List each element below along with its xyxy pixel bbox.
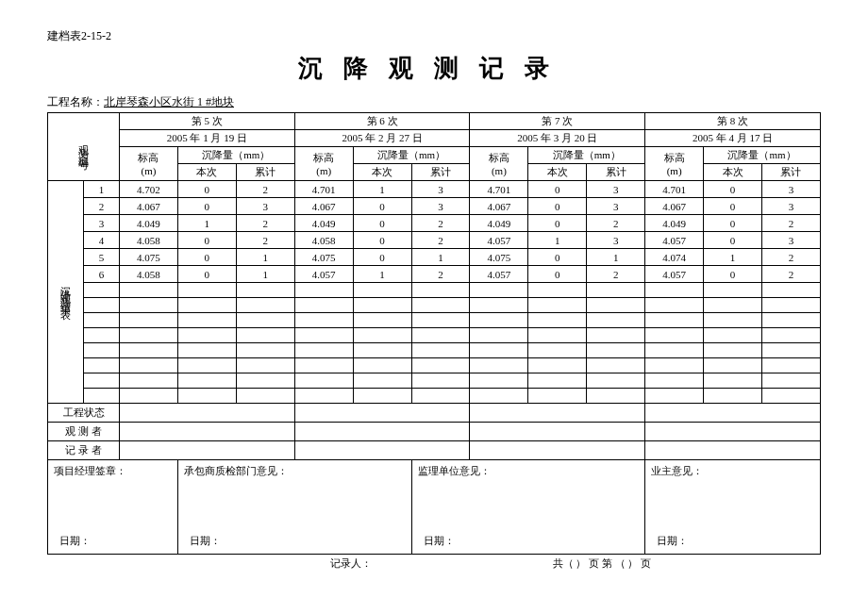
data-cell (294, 283, 353, 298)
data-cell: 0 (704, 215, 762, 232)
data-cell (470, 373, 528, 389)
data-cell (177, 313, 236, 328)
data-cell (704, 343, 762, 358)
data-cell (470, 283, 528, 298)
data-cell (294, 358, 353, 373)
data-cell (528, 358, 587, 373)
data-cell (587, 373, 645, 389)
data-cell (177, 358, 236, 373)
point-number: 1 (84, 181, 120, 198)
data-cell (704, 358, 762, 373)
settlement-label-3: 沉降量（mm） (704, 147, 821, 164)
data-cell (411, 373, 470, 389)
session-3-num: 第 8 次 (645, 113, 821, 130)
contractor-date-label: 日期： (190, 534, 221, 548)
data-cell (645, 313, 704, 328)
data-cell: 1 (236, 266, 294, 283)
elev-label-0: 标高 (138, 152, 159, 163)
data-cell: 2 (411, 266, 470, 283)
point-number: 4 (84, 232, 120, 249)
elev-unit-3: (m) (667, 165, 682, 176)
table-row (48, 389, 821, 404)
data-cell (120, 313, 178, 328)
cumulative-1: 累计 (411, 164, 470, 181)
elev-label-1: 标高 (313, 152, 334, 163)
data-cell: 2 (236, 232, 294, 249)
data-cell (353, 358, 411, 373)
data-cell (704, 283, 762, 298)
data-cell (411, 328, 470, 343)
data-cell (645, 343, 704, 358)
point-number (84, 343, 120, 358)
data-cell: 3 (411, 181, 470, 198)
project-line: 工程名称：北岸琴森小区水街 1 #地块 (47, 94, 821, 110)
data-cell: 1 (353, 266, 411, 283)
data-cell: 4.057 (470, 232, 528, 249)
session-0-num: 第 5 次 (120, 113, 295, 130)
project-label: 工程名称： (47, 95, 104, 108)
data-cell (411, 283, 470, 298)
data-cell (353, 313, 411, 328)
data-cell (120, 343, 178, 358)
data-cell: 0 (704, 266, 762, 283)
data-cell: 4.058 (120, 266, 178, 283)
data-cell: 1 (177, 215, 236, 232)
data-cell (236, 358, 294, 373)
data-cell: 4.049 (120, 215, 178, 232)
data-cell: 1 (411, 249, 470, 266)
session-3-date: 2005 年 4 月 17 日 (645, 130, 821, 147)
data-cell (587, 283, 645, 298)
data-cell: 4.058 (294, 232, 353, 249)
data-cell: 0 (177, 198, 236, 215)
footer-page: 共（ ） 页 第 （ ） 页 (553, 556, 652, 571)
project-name: 北岸琴森小区水街 1 #地块 (104, 95, 234, 108)
data-cell (294, 343, 353, 358)
data-cell (761, 373, 820, 389)
data-cell: 3 (761, 181, 820, 198)
data-cell (294, 389, 353, 404)
data-cell (353, 343, 411, 358)
settlement-label-0: 沉降量（mm） (177, 147, 294, 164)
data-cell (177, 343, 236, 358)
data-cell: 3 (411, 198, 470, 215)
data-cell: 1 (236, 249, 294, 266)
data-cell (236, 283, 294, 298)
data-cell (470, 358, 528, 373)
data-cell: 2 (587, 215, 645, 232)
data-cell: 0 (528, 181, 587, 198)
pm-sign-label: 项目经理签章： (54, 464, 172, 478)
data-cell (353, 283, 411, 298)
data-cell: 2 (411, 232, 470, 249)
data-cell: 4.049 (470, 215, 528, 232)
table-row: 44.058024.058024.057134.05703 (48, 232, 821, 249)
settlement-label-2: 沉降量（mm） (528, 147, 645, 164)
supervisor-sign-label: 监理单位意见： (418, 464, 640, 478)
data-cell: 4.701 (470, 181, 528, 198)
point-number (84, 389, 120, 404)
data-cell (704, 298, 762, 313)
data-cell (704, 313, 762, 328)
point-number: 3 (84, 215, 120, 232)
data-cell: 0 (528, 215, 587, 232)
data-cell: 1 (587, 249, 645, 266)
elev-unit-0: (m) (142, 165, 157, 176)
elev-unit-1: (m) (316, 165, 331, 176)
pm-sign-cell: 项目经理签章： 日期： (48, 460, 178, 555)
data-cell (120, 373, 178, 389)
data-cell: 4.058 (120, 232, 178, 249)
data-cell: 4.067 (120, 198, 178, 215)
data-cell: 4.057 (294, 266, 353, 283)
data-cell (587, 298, 645, 313)
data-cell (294, 328, 353, 343)
data-cell: 4.067 (645, 198, 704, 215)
data-cell (645, 358, 704, 373)
session-2-date: 2005 年 3 月 20 日 (470, 130, 645, 147)
table-row: 24.067034.067034.067034.06703 (48, 198, 821, 215)
data-cell (761, 358, 820, 373)
data-cell: 4.049 (294, 215, 353, 232)
data-cell: 3 (761, 232, 820, 249)
data-cell: 4.067 (470, 198, 528, 215)
settlement-table: 观测点编号 第 5 次 第 6 次 第 7 次 第 8 次 2005 年 1 月… (47, 112, 821, 555)
this-time-3: 本次 (704, 164, 762, 181)
data-cell (528, 343, 587, 358)
